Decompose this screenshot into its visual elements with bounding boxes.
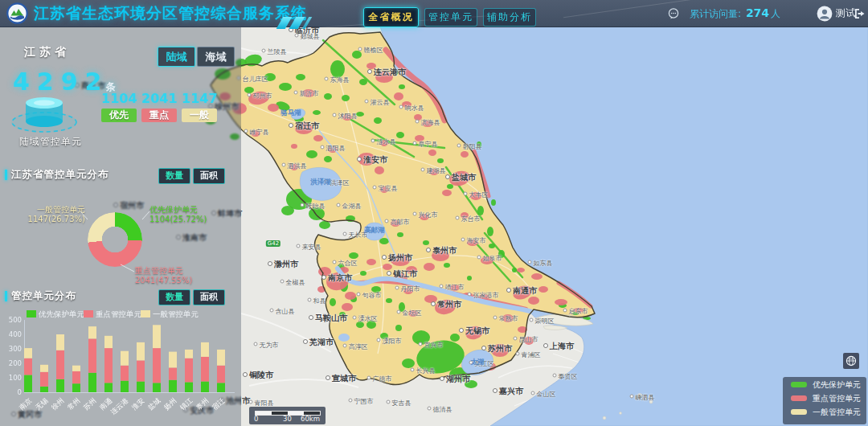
total-units-caption: 陆域管控单元 (19, 136, 82, 148)
tab-sea[interactable]: 海域 (197, 47, 235, 67)
tab-area-donut[interactable]: 面积 (193, 168, 225, 184)
scalebar-tick: 0 (254, 415, 258, 423)
map-legend-row: 优先保护单元 (783, 378, 866, 391)
visit-counter: 累计访问量: 274人 (690, 0, 780, 27)
svg-text:重点管控单元: 重点管控单元 (96, 309, 142, 318)
svg-text:一般管控单元: 一般管控单元 (153, 309, 199, 318)
region-label: 江苏省 (24, 45, 70, 59)
stat-general-button[interactable]: 一般 (182, 109, 217, 122)
svg-text:连云港: 连云港 (109, 396, 130, 416)
svg-text:宿迁: 宿迁 (210, 396, 226, 412)
svg-text:南京: 南京 (18, 396, 34, 412)
legend-swatch (791, 395, 807, 401)
stat-general-value: 1147 (182, 91, 217, 106)
donut-label-general: 一般管控单元1147(26.73%) (18, 205, 85, 224)
cylinder-graphic (8, 88, 80, 141)
legend-label: 一般管控单元 (813, 407, 861, 418)
tab-area-bars[interactable]: 面积 (193, 289, 225, 305)
svg-text:0: 0 (18, 388, 22, 396)
app-title: 江苏省生态环境分区管控综合服务系统 (34, 0, 307, 27)
stat-priority: 1104 优先 (101, 91, 137, 122)
visit-counter-value: 274 (744, 6, 771, 19)
tab-land[interactable]: 陆域 (158, 47, 195, 67)
bar-chart[interactable]: 优先保护单元重点管控单元一般管控单元0100200300400500南京无锡徐州… (0, 308, 241, 426)
donut-chart[interactable] (88, 212, 142, 267)
message-icon[interactable] (667, 7, 680, 20)
nav-province-overview[interactable]: 全省概况 (363, 7, 419, 27)
logout-icon[interactable] (854, 7, 866, 20)
stat-key: 2041 重点 (141, 91, 177, 122)
stat-key-button[interactable]: 重点 (141, 109, 177, 122)
svg-text:500: 500 (9, 316, 22, 324)
svg-text:镇江: 镇江 (178, 396, 194, 412)
svg-text:盐城: 盐城 (146, 396, 162, 412)
stat-priority-button[interactable]: 优先 (101, 109, 137, 122)
visit-counter-label: 累计访问量: (690, 8, 741, 19)
app-header: 江苏省生态环境分区管控综合服务系统 全省概况 管控单元 辅助分析 累计访问量: … (0, 0, 868, 27)
section-title-distribution: 江苏省管控单元分布 (11, 168, 109, 182)
nav-aux-analysis[interactable]: 辅助分析 (483, 8, 536, 27)
svg-text:淮安: 淮安 (130, 396, 146, 412)
scalebar-tick: 60km (301, 415, 320, 423)
user-name: 测试 (836, 0, 855, 27)
section-marker (5, 291, 7, 301)
app-root: 临沂市连云港市宿迁市淮安市盐城市扬州市泰州市南京市镇江市常州市无锡市苏州市南通市… (0, 0, 868, 426)
stat-priority-value: 1104 (101, 91, 137, 106)
nav-control-units[interactable]: 管控单元 (424, 8, 477, 27)
svg-text:苏州: 苏州 (82, 396, 97, 412)
svg-text:常州: 常州 (66, 396, 81, 412)
svg-text:200: 200 (9, 359, 22, 367)
legend-swatch (791, 409, 807, 415)
scalebar-tick: 30 (283, 415, 292, 423)
svg-text:优先保护单元: 优先保护单元 (38, 309, 85, 318)
map-scalebar: 0 30 60km (249, 407, 326, 424)
map-legend: 优先保护单元重点管控单元一般管控单元 (783, 377, 866, 424)
legend-swatch (791, 382, 807, 387)
stat-key-value: 2041 (141, 91, 177, 106)
donut-label-priority: 优先保护单元1104(25.72%) (149, 205, 207, 224)
svg-text:100: 100 (9, 374, 22, 382)
stat-general: 1147 一般 (182, 91, 217, 122)
svg-text:扬州: 扬州 (162, 396, 178, 412)
legend-label: 重点管控单元 (813, 393, 861, 404)
tab-count-bars[interactable]: 数量 (158, 289, 190, 305)
tab-count-donut[interactable]: 数量 (158, 168, 190, 184)
svg-text:300: 300 (9, 345, 22, 353)
map-legend-row: 重点管控单元 (783, 391, 866, 405)
visit-counter-unit: 人 (771, 8, 780, 19)
map-legend-row: 一般管控单元 (783, 405, 866, 419)
app-logo-icon (6, 2, 28, 24)
donut-label-key: 重点管控单元2041(47.55%) (135, 266, 192, 285)
user-avatar[interactable] (817, 6, 833, 22)
svg-text:400: 400 (9, 330, 22, 338)
legend-label: 优先保护单元 (813, 379, 861, 391)
svg-text:无锡: 无锡 (34, 396, 50, 412)
svg-text:徐州: 徐州 (50, 396, 65, 412)
section-marker (5, 170, 7, 180)
svg-text:泰州: 泰州 (194, 396, 210, 412)
globe-icon (845, 355, 857, 367)
basemap-toggle-button[interactable] (843, 353, 859, 369)
section-title-bars: 管控单元分布 (11, 289, 76, 303)
